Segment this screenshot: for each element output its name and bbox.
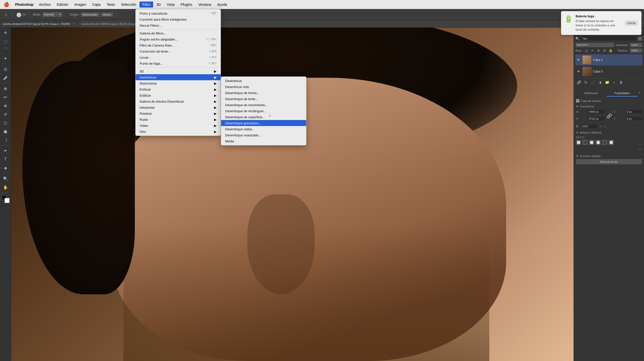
- filtro-item-ruido[interactable]: Ruido ▶: [136, 116, 221, 123]
- filtro-item-punto[interactable]: Punto de fuga... ⌥⌘V: [136, 60, 221, 66]
- magic-wand-tool[interactable]: ✦: [2, 54, 10, 62]
- layers-search-input[interactable]: [580, 36, 636, 41]
- brush-tool[interactable]: ✏: [2, 93, 10, 101]
- desenfoque-superficie[interactable]: Desenfoque de superficie...: [221, 114, 306, 120]
- desenfoque-lente[interactable]: Desenfoque de lente...: [221, 96, 306, 102]
- mode-dropdown[interactable]: Normal: [42, 12, 62, 17]
- text-tool[interactable]: T: [2, 155, 10, 163]
- desenfoque-basic[interactable]: Desenfocar: [221, 78, 306, 84]
- lock-move-icon[interactable]: ⊕: [596, 49, 600, 53]
- flip-v-icon[interactable]: ↕: [605, 124, 606, 128]
- burn-tool[interactable]: ☽: [2, 136, 10, 144]
- transform-chevron[interactable]: ▼: [576, 105, 579, 108]
- menu-filtro[interactable]: Filtro: [139, 2, 153, 8]
- remove-background-button[interactable]: Eliminar fondo: [576, 159, 642, 165]
- layer-item-capa0[interactable]: 👁 Capa 0: [575, 66, 642, 77]
- align-center-v-btn[interactable]: ⬛: [602, 140, 608, 145]
- filtro-item-pixelizar[interactable]: Pixelizar ▶: [136, 110, 221, 116]
- lock-transparent-icon[interactable]: ◫: [584, 49, 588, 53]
- apple-menu[interactable]: 🍎: [0, 2, 13, 7]
- filtro-item-licuar[interactable]: Licuar... ⇧⌘X: [136, 54, 221, 60]
- add-style-icon[interactable]: fx: [583, 79, 589, 85]
- crop-tool[interactable]: ⊡: [2, 65, 10, 73]
- home-button[interactable]: ⌂: [2, 11, 10, 19]
- filtro-item-estilizar[interactable]: Estilizar ▶: [136, 92, 221, 98]
- align-chevron[interactable]: ▼: [576, 131, 579, 134]
- lasso-tool[interactable]: ⌒: [2, 46, 10, 54]
- filtro-item-interpretar[interactable]: Interpretar ▶: [136, 104, 221, 110]
- desenfoque-mas[interactable]: Desenfocar más: [221, 84, 306, 90]
- menu-capa[interactable]: Capa: [89, 2, 103, 8]
- link-layers-icon[interactable]: 🔗: [576, 79, 582, 85]
- options-dots[interactable]: ···: [576, 147, 642, 152]
- layer-item-capa1[interactable]: 👁 Capa 1: [575, 54, 642, 65]
- desenfoque-forma[interactable]: Desenfoque de forma...: [221, 90, 306, 96]
- filtro-item-camera[interactable]: Filtro de Camera Raw... ⇧⌘A: [136, 42, 221, 48]
- filtro-item-video[interactable]: Vídeo ▶: [136, 123, 221, 129]
- height-input[interactable]: [587, 116, 605, 121]
- filtro-item-convertir[interactable]: Convertir para filtros inteligentes: [136, 16, 221, 22]
- color-picker[interactable]: [2, 195, 10, 203]
- lock-draw-icon[interactable]: ✏: [590, 49, 594, 53]
- tab-1[interactable]: pexels-shotpot-6337527.jpg al 50,5% (Cap…: [0, 20, 78, 27]
- menu-texto[interactable]: Texto: [104, 2, 118, 8]
- filtro-item-3d[interactable]: 3D ▶: [136, 68, 221, 74]
- menu-edicion[interactable]: Edición: [54, 2, 71, 8]
- align-top-btn[interactable]: ⬜: [595, 140, 601, 145]
- filtro-item-galeria-efectos[interactable]: Galería de efectos Desenfocar ▶: [136, 98, 221, 104]
- desenfoque-rectangulo[interactable]: Desenfoque de rectángulo...: [221, 108, 306, 114]
- link-dimensions-icon[interactable]: 🔗: [607, 113, 612, 119]
- lock-artboard-icon[interactable]: ⊞: [602, 49, 607, 53]
- menu-plugins[interactable]: Plugins: [178, 2, 195, 8]
- prop-tab-bibliotecas[interactable]: Bibliotecas: [576, 90, 607, 97]
- desenfoque-media[interactable]: Media: [221, 138, 306, 144]
- move-tool[interactable]: ✛: [2, 29, 10, 37]
- layer-eye-capa0[interactable]: 👁: [576, 69, 581, 74]
- y-input[interactable]: [625, 116, 643, 121]
- filtro-item-correccion[interactable]: Corrección de lente... ⇧⌘R: [136, 48, 221, 54]
- lock-all-icon[interactable]: 🔒: [609, 49, 613, 53]
- x-input[interactable]: [625, 109, 643, 114]
- desenfoque-gaussiano[interactable]: Desenfoque gaussiano...: [221, 120, 306, 126]
- filtro-item-desenfocar[interactable]: Desenfocar ▶: [136, 74, 221, 80]
- hand-tool[interactable]: ✋: [2, 183, 10, 191]
- desenfoque-radial[interactable]: Desenfoque radial...: [221, 126, 306, 132]
- filtro-item-enfocar[interactable]: Enfocar ▶: [136, 86, 221, 92]
- pen-tool[interactable]: ✒: [2, 147, 10, 155]
- filtro-item-angulo[interactable]: Ángulo ancho adaptable... ⌥⇧⌘A: [136, 36, 221, 42]
- layers-opacity-input[interactable]: [630, 43, 642, 47]
- add-group-icon[interactable]: 📁: [604, 79, 610, 85]
- menu-ventana[interactable]: Ventana: [195, 2, 214, 8]
- filtro-item-polvo[interactable]: Polvo y rascaduras ^⌘F: [136, 10, 221, 16]
- quick-actions-chevron[interactable]: ▼: [576, 154, 579, 157]
- delete-layer-icon[interactable]: 🗑: [618, 79, 624, 85]
- motivo-button[interactable]: Motivo: [101, 12, 113, 17]
- menu-ayuda[interactable]: Ayuda: [214, 2, 230, 8]
- filtro-item-distorsionar[interactable]: Distorsionar ▶: [136, 80, 221, 86]
- menu-imagen[interactable]: Imagen: [71, 2, 89, 8]
- healing-tool[interactable]: ⊕: [2, 85, 10, 93]
- gradient-tool[interactable]: ▣: [2, 127, 10, 135]
- battery-close-button[interactable]: Cerrar: [625, 20, 638, 26]
- menu-archivo[interactable]: Archivo: [36, 2, 54, 8]
- background-color[interactable]: [5, 198, 10, 203]
- desenfoque-movimiento[interactable]: Desenfoque de movimiento...: [221, 102, 306, 108]
- shape-tool[interactable]: ◈: [2, 164, 10, 172]
- zoom-tool[interactable]: 🔍: [2, 175, 10, 183]
- clone-stamp-tool[interactable]: ⊗: [2, 102, 10, 110]
- align-right-btn[interactable]: ⬜: [589, 140, 594, 145]
- fill-value-input[interactable]: [630, 48, 642, 53]
- eraser-tool[interactable]: ◻: [2, 119, 10, 127]
- layers-type-dropdown[interactable]: ▾: [637, 36, 642, 41]
- prop-tab-propiedades[interactable]: Propiedades: [607, 90, 637, 97]
- align-bottom-btn[interactable]: ⬜: [609, 140, 614, 145]
- width-input[interactable]: [587, 109, 605, 114]
- filtro-item-galeria[interactable]: Galería de filtros...: [136, 30, 221, 36]
- desenfoque-suavizado[interactable]: Desenfoque suavizado...: [221, 132, 306, 138]
- align-left-btn[interactable]: ⬜: [576, 140, 581, 145]
- angle-input[interactable]: [580, 124, 598, 129]
- add-mask-icon[interactable]: ⬚: [590, 79, 596, 85]
- menu-seleccion[interactable]: Selección: [118, 2, 139, 8]
- layer-eye-capa1[interactable]: 👁: [576, 58, 581, 62]
- add-layer-icon[interactable]: +: [611, 79, 617, 85]
